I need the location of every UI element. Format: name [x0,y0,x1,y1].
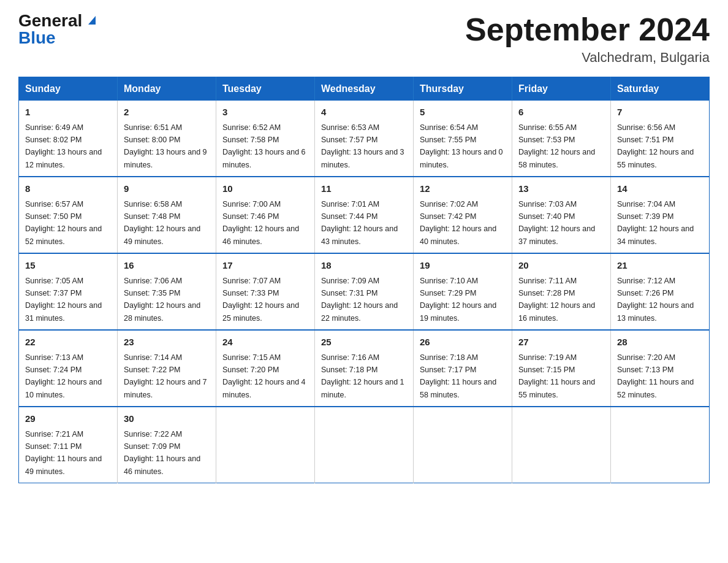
month-year-title: September 2024 [465,12,710,47]
day-info: Sunrise: 6:53 AMSunset: 7:57 PMDaylight:… [321,123,404,169]
calendar-cell: 9 Sunrise: 6:58 AMSunset: 7:48 PMDayligh… [118,177,216,253]
day-number: 15 [25,259,111,273]
calendar-table: SundayMondayTuesdayWednesdayThursdayFrid… [18,77,710,483]
day-number: 8 [25,182,111,196]
day-info: Sunrise: 7:10 AMSunset: 7:29 PMDaylight:… [420,277,496,323]
day-info: Sunrise: 7:00 AMSunset: 7:46 PMDaylight:… [222,200,299,246]
weekday-header-saturday: Saturday [611,77,710,101]
day-number: 5 [420,105,506,120]
day-info: Sunrise: 6:49 AMSunset: 8:02 PMDaylight:… [25,123,102,169]
logo-blue: Blue [18,29,56,47]
day-info: Sunrise: 7:19 AMSunset: 7:15 PMDaylight:… [518,353,595,399]
day-info: Sunrise: 7:01 AMSunset: 7:44 PMDaylight:… [321,200,398,246]
day-number: 21 [617,259,703,273]
day-info: Sunrise: 6:55 AMSunset: 7:53 PMDaylight:… [518,123,595,169]
day-number: 27 [518,335,604,350]
day-info: Sunrise: 7:20 AMSunset: 7:13 PMDaylight:… [617,353,694,399]
calendar-cell: 19 Sunrise: 7:10 AMSunset: 7:29 PMDaylig… [414,253,512,330]
day-info: Sunrise: 6:56 AMSunset: 7:51 PMDaylight:… [617,123,694,169]
calendar-cell: 24 Sunrise: 7:15 AMSunset: 7:20 PMDaylig… [216,330,315,407]
day-number: 17 [222,259,308,273]
day-info: Sunrise: 7:22 AMSunset: 7:09 PMDaylight:… [124,430,200,476]
day-info: Sunrise: 7:05 AMSunset: 7:37 PMDaylight:… [25,277,102,323]
day-number: 16 [124,259,210,273]
calendar-cell: 4 Sunrise: 6:53 AMSunset: 7:57 PMDayligh… [315,101,414,177]
calendar-cell: 7 Sunrise: 6:56 AMSunset: 7:51 PMDayligh… [611,101,710,177]
day-number: 28 [617,335,703,350]
day-number: 24 [222,335,308,350]
calendar-cell [414,407,512,483]
calendar-cell: 13 Sunrise: 7:03 AMSunset: 7:40 PMDaylig… [512,177,611,253]
day-info: Sunrise: 7:13 AMSunset: 7:24 PMDaylight:… [25,353,102,399]
calendar-cell [512,407,611,483]
day-number: 2 [124,105,210,120]
day-info: Sunrise: 7:21 AMSunset: 7:11 PMDaylight:… [25,430,102,476]
title-area: September 2024 Valchedram, Bulgaria [465,12,710,66]
calendar-cell: 12 Sunrise: 7:02 AMSunset: 7:42 PMDaylig… [414,177,512,253]
logo-text: General [18,12,96,29]
day-number: 29 [25,412,111,426]
weekday-header-monday: Monday [118,77,216,101]
day-number: 7 [617,105,703,120]
day-info: Sunrise: 7:09 AMSunset: 7:31 PMDaylight:… [321,277,398,323]
day-info: Sunrise: 6:51 AMSunset: 8:00 PMDaylight:… [124,123,207,169]
day-number: 14 [617,182,703,196]
day-info: Sunrise: 6:54 AMSunset: 7:55 PMDaylight:… [420,123,503,169]
day-info: Sunrise: 7:12 AMSunset: 7:26 PMDaylight:… [617,277,694,323]
day-info: Sunrise: 7:14 AMSunset: 7:22 PMDaylight:… [124,353,207,399]
calendar-cell: 14 Sunrise: 7:04 AMSunset: 7:39 PMDaylig… [611,177,710,253]
calendar-cell: 29 Sunrise: 7:21 AMSunset: 7:11 PMDaylig… [19,407,118,483]
calendar-cell: 23 Sunrise: 7:14 AMSunset: 7:22 PMDaylig… [118,330,216,407]
calendar-cell [216,407,315,483]
calendar-cell: 15 Sunrise: 7:05 AMSunset: 7:37 PMDaylig… [19,253,118,330]
day-info: Sunrise: 6:57 AMSunset: 7:50 PMDaylight:… [25,200,102,246]
calendar-cell: 11 Sunrise: 7:01 AMSunset: 7:44 PMDaylig… [315,177,414,253]
day-number: 12 [420,182,506,196]
calendar-cell: 21 Sunrise: 7:12 AMSunset: 7:26 PMDaylig… [611,253,710,330]
day-info: Sunrise: 7:11 AMSunset: 7:28 PMDaylight:… [518,277,595,323]
day-number: 23 [124,335,210,350]
day-info: Sunrise: 7:02 AMSunset: 7:42 PMDaylight:… [420,200,496,246]
logo: General Blue [18,12,96,47]
day-number: 4 [321,105,407,120]
day-number: 19 [420,259,506,273]
calendar-cell: 5 Sunrise: 6:54 AMSunset: 7:55 PMDayligh… [414,101,512,177]
day-info: Sunrise: 7:03 AMSunset: 7:40 PMDaylight:… [518,200,595,246]
weekday-header-sunday: Sunday [19,77,118,101]
calendar-cell: 27 Sunrise: 7:19 AMSunset: 7:15 PMDaylig… [512,330,611,407]
calendar-cell: 30 Sunrise: 7:22 AMSunset: 7:09 PMDaylig… [118,407,216,483]
calendar-week-row: 22 Sunrise: 7:13 AMSunset: 7:24 PMDaylig… [19,330,710,407]
day-info: Sunrise: 7:15 AMSunset: 7:20 PMDaylight:… [222,353,306,399]
calendar-cell: 1 Sunrise: 6:49 AMSunset: 8:02 PMDayligh… [19,101,118,177]
location-subtitle: Valchedram, Bulgaria [465,50,710,66]
day-number: 11 [321,182,407,196]
calendar-cell: 22 Sunrise: 7:13 AMSunset: 7:24 PMDaylig… [19,330,118,407]
calendar-cell: 18 Sunrise: 7:09 AMSunset: 7:31 PMDaylig… [315,253,414,330]
weekday-header-row: SundayMondayTuesdayWednesdayThursdayFrid… [19,77,710,101]
day-number: 10 [222,182,308,196]
calendar-cell: 17 Sunrise: 7:07 AMSunset: 7:33 PMDaylig… [216,253,315,330]
weekday-header-tuesday: Tuesday [216,77,315,101]
page-header: General Blue September 2024 Valchedram, … [18,12,710,66]
day-info: Sunrise: 7:07 AMSunset: 7:33 PMDaylight:… [222,277,299,323]
weekday-header-wednesday: Wednesday [315,77,414,101]
calendar-cell: 26 Sunrise: 7:18 AMSunset: 7:17 PMDaylig… [414,330,512,407]
calendar-cell: 2 Sunrise: 6:51 AMSunset: 8:00 PMDayligh… [118,101,216,177]
weekday-header-thursday: Thursday [414,77,512,101]
logo-triangle-icon [88,16,96,25]
calendar-cell: 6 Sunrise: 6:55 AMSunset: 7:53 PMDayligh… [512,101,611,177]
calendar-week-row: 8 Sunrise: 6:57 AMSunset: 7:50 PMDayligh… [19,177,710,253]
day-number: 3 [222,105,308,120]
calendar-cell: 20 Sunrise: 7:11 AMSunset: 7:28 PMDaylig… [512,253,611,330]
calendar-cell: 28 Sunrise: 7:20 AMSunset: 7:13 PMDaylig… [611,330,710,407]
day-number: 1 [25,105,111,120]
day-info: Sunrise: 7:16 AMSunset: 7:18 PMDaylight:… [321,353,404,399]
calendar-cell [611,407,710,483]
calendar-week-row: 1 Sunrise: 6:49 AMSunset: 8:02 PMDayligh… [19,101,710,177]
day-info: Sunrise: 7:04 AMSunset: 7:39 PMDaylight:… [617,200,694,246]
calendar-cell [315,407,414,483]
day-info: Sunrise: 6:58 AMSunset: 7:48 PMDaylight:… [124,200,200,246]
day-number: 6 [518,105,604,120]
calendar-week-row: 29 Sunrise: 7:21 AMSunset: 7:11 PMDaylig… [19,407,710,483]
day-number: 18 [321,259,407,273]
